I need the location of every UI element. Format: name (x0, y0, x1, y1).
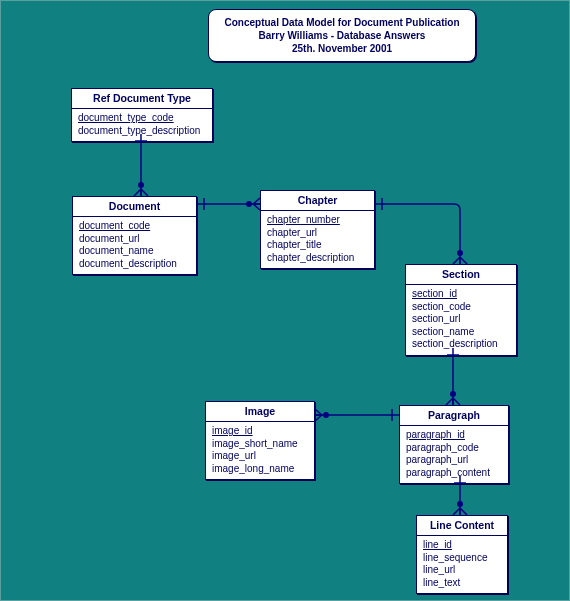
attr: document_name (79, 245, 190, 258)
attr: line_url (423, 564, 501, 577)
entity-body: chapter_number chapter_url chapter_title… (261, 211, 374, 268)
rel-section-paragraph (446, 348, 460, 405)
attr: document_description (79, 258, 190, 271)
title-line-3: 25th. November 2001 (217, 42, 467, 55)
rel-refdoctype-document (134, 134, 148, 196)
rel-chapter-section (375, 198, 467, 264)
svg-point-16 (457, 501, 463, 507)
title-line-2: Barry Williams - Database Answers (217, 29, 467, 42)
attr: chapter_number (267, 214, 368, 227)
attr: image_url (212, 450, 308, 463)
attr: paragraph_url (406, 454, 502, 467)
entity-body: paragraph_id paragraph_code paragraph_ur… (400, 426, 508, 483)
attr: paragraph_content (406, 467, 502, 480)
entity-section: Section section_id section_code section_… (405, 264, 517, 356)
attr: paragraph_code (406, 442, 502, 455)
svg-point-7 (457, 250, 463, 256)
entity-body: section_id section_code section_url sect… (406, 285, 516, 355)
entity-body: document_type_code document_type_descrip… (72, 109, 212, 141)
entity-title: Paragraph (400, 406, 508, 426)
attr: document_type_code (78, 112, 206, 125)
entity-title: Chapter (261, 191, 374, 211)
attr: section_url (412, 313, 510, 326)
attr: image_id (212, 425, 308, 438)
attr: chapter_url (267, 227, 368, 240)
attr: section_description (412, 338, 510, 351)
entity-document: Document document_code document_url docu… (72, 196, 197, 275)
svg-point-2 (138, 182, 144, 188)
entity-ref-document-type: Ref Document Type document_type_code doc… (71, 88, 213, 142)
entity-title: Section (406, 265, 516, 285)
attr: document_url (79, 233, 190, 246)
entity-line-content: Line Content line_id line_sequence line_… (416, 515, 508, 594)
attr: document_type_description (78, 125, 206, 138)
rel-document-chapter (197, 198, 260, 210)
entity-body: image_id image_short_name image_url imag… (206, 422, 314, 479)
entity-title: Ref Document Type (72, 89, 212, 109)
svg-point-13 (323, 412, 329, 418)
attr: chapter_description (267, 252, 368, 265)
attr: line_text (423, 577, 501, 590)
title-line-1: Conceptual Data Model for Document Publi… (217, 16, 467, 29)
entity-image: Image image_id image_short_name image_ur… (205, 401, 315, 480)
entity-chapter: Chapter chapter_number chapter_url chapt… (260, 190, 375, 269)
diagram-title: Conceptual Data Model for Document Publi… (208, 9, 476, 62)
attr: section_name (412, 326, 510, 339)
entity-body: line_id line_sequence line_url line_text (417, 536, 507, 593)
attr: image_short_name (212, 438, 308, 451)
entity-title: Line Content (417, 516, 507, 536)
attr: line_id (423, 539, 501, 552)
attr: section_id (412, 288, 510, 301)
entity-paragraph: Paragraph paragraph_id paragraph_code pa… (399, 405, 509, 484)
entity-body: document_code document_url document_name… (73, 217, 196, 274)
attr: paragraph_id (406, 429, 502, 442)
entity-title: Image (206, 402, 314, 422)
entity-title: Document (73, 197, 196, 217)
svg-point-5 (246, 201, 252, 207)
svg-point-10 (450, 391, 456, 397)
attr: image_long_name (212, 463, 308, 476)
attr: chapter_title (267, 239, 368, 252)
attr: section_code (412, 301, 510, 314)
rel-paragraph-image (315, 409, 399, 421)
attr: document_code (79, 220, 190, 233)
attr: line_sequence (423, 552, 501, 565)
